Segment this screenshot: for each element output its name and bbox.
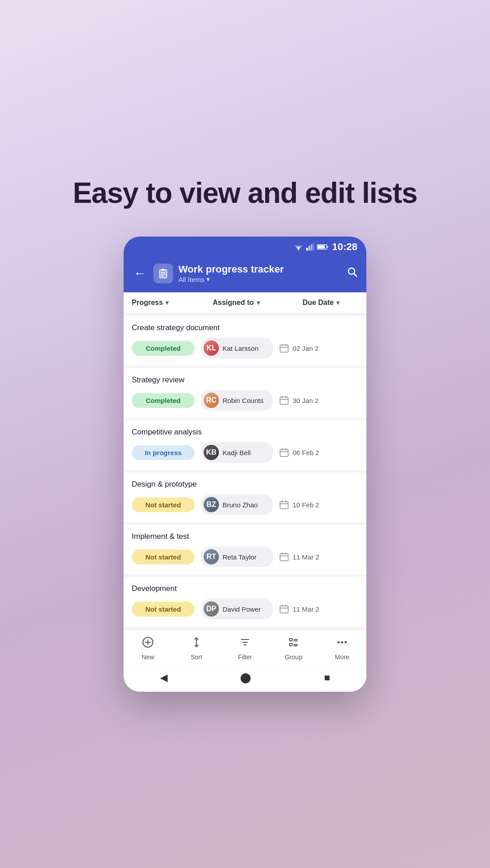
item-title: Development	[132, 584, 358, 593]
avatar: BZ	[204, 497, 219, 512]
date-chip[interactable]: 06 Feb 2	[279, 447, 319, 457]
more-icon	[336, 636, 348, 649]
assignee-chip[interactable]: KL Kat Larsson	[201, 338, 273, 358]
filter-icon	[239, 636, 251, 652]
search-icon	[347, 266, 358, 278]
svg-rect-11	[160, 270, 167, 278]
status-badge[interactable]: In progress	[132, 445, 195, 460]
toolbar-more[interactable]: More	[324, 636, 360, 661]
app-title-group: Work progress tracker All Items ▾	[178, 264, 341, 283]
svg-rect-6	[311, 244, 312, 251]
date-chip[interactable]: 11 Mar 2	[279, 552, 319, 562]
list-item[interactable]: Implement & test Not started RT Reta Tay…	[124, 525, 366, 574]
item-title: Competitive analysis	[132, 428, 358, 437]
calendar-icon	[279, 552, 289, 562]
filter-icon	[239, 636, 251, 649]
assignee-name: Kat Larsson	[223, 345, 258, 352]
item-row: Not started DP David Power 11 Mar 2	[132, 599, 358, 619]
svg-rect-51	[290, 644, 292, 646]
avatar: KB	[204, 445, 219, 460]
date-chip[interactable]: 10 Feb 2	[279, 500, 319, 510]
date-chip[interactable]: 11 Mar 2	[279, 604, 319, 614]
assignee-chip[interactable]: DP David Power	[201, 599, 273, 619]
toolbar-new[interactable]: New	[130, 636, 166, 661]
svg-rect-5	[308, 246, 310, 251]
status-badge[interactable]: Completed	[132, 341, 195, 356]
assignee-chip[interactable]: KB Kadji Bell	[201, 442, 273, 463]
sort-icon	[190, 636, 203, 652]
assignee-chip[interactable]: BZ Bruno Zhao	[201, 494, 273, 515]
assignee-name: Kadji Bell	[223, 449, 251, 456]
list-item[interactable]: Competitive analysis In progress KB Kadj…	[124, 421, 366, 470]
svg-rect-4	[306, 248, 308, 251]
status-badge[interactable]: Not started	[132, 497, 195, 512]
toolbar-label: More	[335, 653, 349, 661]
date-chip[interactable]: 30 Jan 2	[279, 395, 319, 405]
svg-rect-26	[280, 449, 288, 456]
status-badge[interactable]: Not started	[132, 550, 195, 564]
list-item[interactable]: Strategy review Completed RC Robin Count…	[124, 368, 366, 418]
due-date: 11 Mar 2	[293, 605, 319, 613]
svg-point-56	[338, 641, 340, 644]
app-icon	[153, 264, 173, 283]
assignee-name: Reta Taylor	[223, 553, 257, 561]
due-date: 30 Jan 2	[293, 397, 319, 404]
nav-recent[interactable]: ■	[324, 672, 330, 684]
app-subtitle[interactable]: All Items ▾	[178, 275, 341, 283]
nav-back[interactable]: ◀	[160, 672, 168, 684]
toolbar-label: Sort	[191, 653, 202, 661]
item-row: In progress KB Kadji Bell 06 Feb 2	[132, 442, 358, 463]
col-header-duedate[interactable]: Due Date ▾	[303, 299, 366, 307]
phone-shell: 10:28 ← Work progress tracker All Items …	[124, 237, 366, 692]
wifi-icon	[294, 243, 303, 251]
list-item[interactable]: Create strategy document Completed KL Ka…	[124, 316, 366, 366]
item-row: Not started BZ Bruno Zhao 10 Feb 2	[132, 494, 358, 515]
toolbar-filter[interactable]: Filter	[227, 636, 263, 661]
page-title: Easy to view and edit lists	[73, 176, 417, 210]
col-header-assigned[interactable]: Assigned to ▾	[213, 299, 303, 307]
svg-rect-22	[280, 397, 288, 404]
svg-rect-30	[280, 501, 288, 509]
svg-point-3	[298, 249, 299, 251]
avatar: KL	[204, 340, 219, 356]
svg-rect-12	[161, 269, 165, 271]
list-item[interactable]: Development Not started DP David Power 1…	[124, 577, 366, 626]
calendar-icon	[279, 447, 289, 457]
svg-rect-38	[280, 606, 288, 613]
group-icon	[287, 636, 300, 652]
assignee-name: Bruno Zhao	[223, 501, 258, 509]
toolbar-sort[interactable]: Sort	[178, 636, 214, 661]
status-badge[interactable]: Not started	[132, 602, 195, 617]
item-title: Design & prototype	[132, 480, 358, 489]
calendar-icon	[279, 343, 289, 353]
nav-home[interactable]: ⬤	[240, 672, 251, 684]
duedate-chevron: ▾	[336, 299, 339, 306]
app-title: Work progress tracker	[178, 264, 341, 275]
sort-icon	[190, 636, 203, 649]
toolbar-label: New	[142, 653, 154, 661]
assignee-name: Robin Counts	[223, 397, 263, 404]
back-button[interactable]: ←	[132, 264, 148, 282]
item-row: Completed KL Kat Larsson 02 Jan 2	[132, 338, 358, 358]
toolbar-group[interactable]: Group	[276, 636, 312, 661]
svg-rect-7	[313, 243, 314, 251]
svg-rect-50	[290, 639, 292, 641]
avatar: RC	[204, 393, 219, 408]
nav-bar: ◀ ⬤ ■	[124, 665, 366, 692]
assignee-chip[interactable]: RT Reta Taylor	[201, 546, 273, 567]
calendar-icon	[279, 500, 289, 510]
status-badge[interactable]: Completed	[132, 393, 195, 408]
list-item[interactable]: Design & prototype Not started BZ Bruno …	[124, 473, 366, 522]
date-chip[interactable]: 02 Jan 2	[279, 343, 319, 353]
subtitle-chevron: ▾	[206, 275, 210, 283]
col-header-progress[interactable]: Progress ▾	[132, 299, 213, 307]
svg-rect-9	[327, 246, 328, 248]
assignee-chip[interactable]: RC Robin Counts	[201, 390, 273, 411]
search-button[interactable]	[347, 266, 358, 281]
assignee-name: David Power	[223, 605, 261, 613]
group-icon	[287, 636, 300, 649]
svg-point-57	[341, 641, 343, 644]
calendar-icon	[279, 395, 289, 405]
svg-rect-18	[280, 345, 288, 352]
due-date: 02 Jan 2	[293, 345, 319, 352]
